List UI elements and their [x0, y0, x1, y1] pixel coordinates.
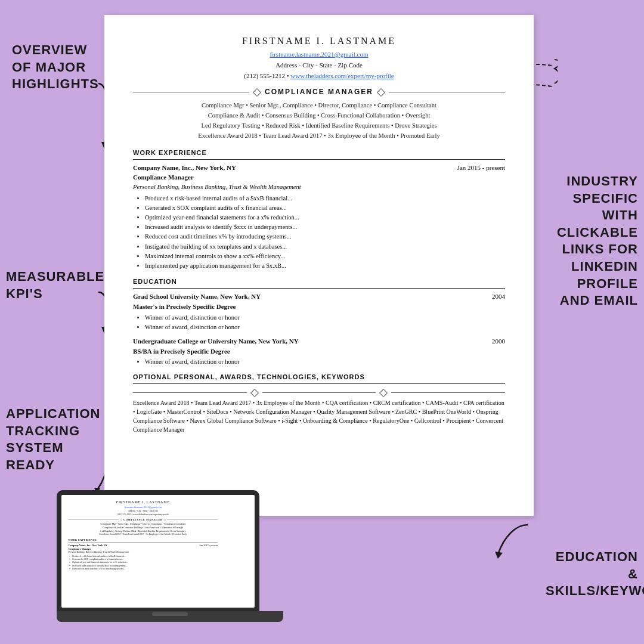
- resume-email[interactable]: firstname.lastname.2021@gmail.com: [133, 50, 505, 60]
- keywords-line3: Led Regulatory Testing • Reduced Risk • …: [133, 121, 505, 131]
- title-right-line: [389, 92, 505, 92]
- title-left-line: [133, 92, 249, 92]
- work-experience-header: WORK EXPERIENCE: [133, 148, 505, 160]
- optional-header: OPTIONAL PERSONAL, AWARDS, TECHNOLOGIES,…: [133, 373, 505, 384]
- bullet-item: Maximized internal controls to show a xx…: [145, 252, 505, 261]
- edu2-block: Undergraduate College or University Name…: [133, 337, 505, 367]
- phone-text: (212) 555-1212 •: [244, 72, 290, 79]
- mini-title: COMPLIANCE MANAGER: [123, 518, 163, 521]
- bullet-item: Optimized year-end financial statements …: [145, 213, 505, 222]
- title-right-diamond: [377, 88, 385, 97]
- keywords-line4: Excellence Award 2018 • Team Lead Award …: [133, 131, 505, 141]
- edu2-degree: BS/BA in Precisely Specific Degree: [133, 347, 505, 357]
- annotation-industry: INDUSTRY SPECIFIC WITH CLICKABLE LINKS F…: [546, 173, 638, 309]
- annotation-overview: OVERVIEW OF MAJOR HIGHLIGHTS: [12, 42, 104, 93]
- bullet-item: Reduced cost audit timelines x% by intro…: [145, 232, 505, 241]
- edu1-school: Grad School University Name, New York, N…: [133, 292, 261, 302]
- edu2-header: Undergraduate College or University Name…: [133, 337, 505, 346]
- keywords-line2: Compliance & Audit • Consensus Building …: [133, 111, 505, 121]
- mini-keywords: Compliance Mgr • Senior Mgr., Compliance…: [68, 522, 218, 536]
- mini-title-row: COMPLIANCE MANAGER: [68, 518, 218, 521]
- bullet-item: Winner of award, distinction or honor: [145, 357, 505, 366]
- mini-bullets: Produced x risk-based internal audits of…: [72, 555, 218, 571]
- laptop-screen-outer: FIRSTNAME I. LASTNAME firstname.lastname…: [57, 490, 259, 612]
- job1-date: Jan 2015 - present: [457, 163, 505, 173]
- job1-bullets: Produced x risk-based internal audits of…: [145, 194, 505, 271]
- mini-address: Address - City - State - Zip Code: [68, 509, 218, 513]
- mini-job-subtitle: Personal Banking, Business Banking, Trus…: [68, 550, 218, 554]
- education-header: EDUCATION: [133, 277, 505, 289]
- bullet-item: Produced x risk-based internal audits of…: [145, 194, 505, 203]
- bullet-item: Winner of award, distinction or honor: [145, 313, 505, 322]
- job1-subtitle: Personal Banking, Business Banking, Trus…: [133, 182, 505, 191]
- bullet-item: Implemented pay application management f…: [145, 261, 505, 270]
- linkedin-link[interactable]: www.theladders.com/expert/my-profile: [290, 72, 394, 79]
- edu1-year: 2004: [492, 292, 505, 302]
- edu1-header: Grad School University Name, New York, N…: [133, 292, 505, 302]
- optional-content: Excellence Award 2018 • Team Lead Award …: [133, 398, 505, 434]
- bullet-item: Generated x SOX complaint audits of x fi…: [145, 203, 505, 212]
- mini-name: FIRSTNAME I. LASTNAME: [68, 500, 218, 505]
- annotation-ats: APPLICATION TRACKING SYSTEM READY: [6, 405, 101, 473]
- job1-header: Company Name, Inc., New York, NY Jan 201…: [133, 163, 505, 173]
- edu1-bullets: Winner of award, distinction or honor Wi…: [145, 313, 505, 332]
- mini-phone: (212) 555-1212 • www.theladders.com/expe…: [68, 513, 218, 516]
- bullet-item: Increased audit analysis to identify $xx…: [145, 222, 505, 231]
- job1-title: Compliance Manager: [133, 173, 505, 182]
- mini-email: firstname.lastname.2021@gmail.com: [68, 506, 218, 509]
- annotation-measurable: MEASURABLE KPI'S: [6, 268, 101, 302]
- resume-phone: (212) 555-1212 • www.theladders.com/expe…: [133, 72, 505, 81]
- laptop: FIRSTNAME I. LASTNAME firstname.lastname…: [57, 490, 283, 633]
- keywords-block: Compliance Mgr • Senior Mgr., Compliance…: [133, 101, 505, 141]
- laptop-screen-inner: FIRSTNAME I. LASTNAME firstname.lastname…: [61, 495, 255, 608]
- laptop-resume-mini: FIRSTNAME I. LASTNAME firstname.lastname…: [61, 495, 225, 575]
- edu2-bullets: Winner of award, distinction or honor: [145, 357, 505, 366]
- title-row: COMPLIANCE MANAGER: [133, 87, 505, 97]
- annotation-education: EDUCATION & SKILLS/KEYWORDS: [546, 549, 638, 600]
- bullet-item: Instigated the building of xx templates …: [145, 242, 505, 251]
- edu2-year: 2000: [492, 337, 505, 346]
- title-left-diamond: [253, 88, 261, 97]
- bullet-item: Winner of award, distinction or honor: [145, 323, 505, 332]
- laptop-base: [57, 611, 283, 622]
- job1-company: Company Name, Inc., New York, NY: [133, 163, 236, 173]
- resume-name: FIRSTNAME I. LASTNAME: [133, 34, 505, 48]
- edu1-degree: Master's in Precisely Specific Degree: [133, 302, 505, 312]
- mini-work-header: WORK EXPERIENCE: [68, 538, 218, 543]
- optional-diamonds: [133, 390, 505, 396]
- arrow-education-laptop: [492, 519, 540, 566]
- keywords-line1: Compliance Mgr • Senior Mgr., Compliance…: [133, 101, 505, 111]
- resume-document: FIRSTNAME I. LASTNAME firstname.lastname…: [104, 15, 534, 516]
- resume-title: COMPLIANCE MANAGER: [265, 87, 373, 97]
- resume-address: Address - City - State - Zip Code: [133, 61, 505, 70]
- edu2-school: Undergraduate College or University Name…: [133, 337, 299, 346]
- svg-marker-5: [495, 552, 503, 559]
